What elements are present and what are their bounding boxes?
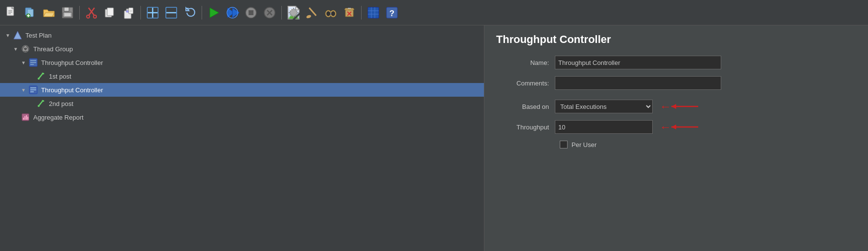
svg-point-17 — [93, 15, 96, 18]
comments-input[interactable] — [555, 76, 721, 90]
svg-rect-83 — [23, 118, 24, 120]
collapse-button[interactable] — [162, 4, 180, 21]
svg-marker-59 — [14, 31, 22, 39]
throughput-controller-2-icon — [28, 85, 38, 95]
based-on-label: Based on — [496, 103, 555, 110]
new-file-button[interactable] — [3, 4, 21, 21]
name-row: Name: — [496, 56, 856, 69]
svg-line-66 — [26, 50, 27, 50]
2nd-post-label: 2nd post — [49, 100, 73, 107]
toolbar: ? — [0, 0, 868, 25]
throughput-arrow-indicator: ← — [660, 121, 671, 133]
test-plan-icon — [13, 30, 23, 40]
svg-marker-32 — [210, 8, 219, 18]
settings-button[interactable] — [285, 4, 302, 21]
cut-button[interactable] — [83, 4, 100, 21]
svg-rect-19 — [107, 8, 114, 16]
open-button[interactable] — [40, 4, 58, 21]
per-user-row: Per User — [560, 141, 856, 148]
binoculars-button[interactable] — [322, 4, 340, 21]
broom-button[interactable] — [303, 4, 321, 21]
run-button[interactable] — [205, 4, 223, 21]
run-nopause-button[interactable] — [224, 4, 241, 21]
svg-point-81 — [38, 105, 40, 107]
copy-button[interactable] — [101, 4, 119, 21]
panel-title: Throughput Controller — [496, 33, 856, 46]
svg-point-47 — [326, 11, 330, 16]
tree-item-aggregate-report[interactable]: Aggregate Report — [0, 110, 484, 124]
tree-item-throughput-1[interactable]: ▼ Throughput Controller — [0, 56, 484, 69]
svg-rect-85 — [26, 115, 27, 120]
workbench-button[interactable] — [365, 4, 382, 21]
separator-3 — [202, 6, 202, 20]
svg-marker-90 — [671, 125, 676, 129]
throughput-input[interactable] — [555, 120, 653, 134]
tree-item-throughput-2[interactable]: ▼ Throughput Controller — [0, 83, 484, 97]
1st-post-label: 1st post — [49, 73, 71, 80]
throughput-controller-1-icon — [28, 58, 38, 67]
toggle-throughput-2[interactable]: ▼ — [20, 86, 27, 94]
throughput-label: Throughput — [496, 124, 555, 131]
thread-group-icon — [21, 44, 30, 54]
aggregate-report-icon — [21, 112, 30, 122]
svg-line-42 — [309, 8, 316, 16]
svg-marker-34 — [232, 8, 239, 18]
templates-button[interactable] — [22, 4, 39, 21]
comments-label: Comments: — [496, 80, 555, 87]
paste-button[interactable] — [120, 4, 137, 21]
svg-rect-52 — [368, 7, 379, 18]
aggregate-report-label: Aggregate Report — [33, 114, 84, 121]
reset-button[interactable] — [181, 4, 199, 21]
svg-marker-88 — [671, 104, 676, 109]
svg-rect-13 — [65, 13, 70, 16]
per-user-checkbox[interactable] — [560, 141, 568, 148]
svg-rect-86 — [27, 117, 28, 120]
toggle-thread-group[interactable]: ▼ — [12, 45, 20, 53]
based-on-arrow — [671, 102, 701, 111]
throughput-controller-1-label: Throughput Controller — [41, 59, 103, 66]
name-input[interactable] — [555, 56, 721, 69]
svg-rect-11 — [64, 7, 69, 11]
help-button[interactable]: ? — [383, 4, 401, 21]
clear-results-button[interactable] — [341, 4, 358, 21]
based-on-select[interactable]: Total Executions Percent Executions — [555, 100, 653, 113]
main-area: ▼ Test Plan ▼ — [0, 25, 868, 251]
svg-point-48 — [331, 11, 335, 16]
tree-panel: ▼ Test Plan ▼ — [0, 25, 484, 251]
svg-point-16 — [87, 15, 90, 18]
per-user-label: Per User — [571, 141, 596, 148]
name-label: Name: — [496, 59, 555, 66]
stop-button[interactable] — [242, 4, 260, 21]
based-on-row: Based on Total Executions Percent Execut… — [496, 100, 856, 113]
svg-point-43 — [306, 14, 311, 19]
svg-rect-23 — [129, 8, 133, 14]
separator-4 — [281, 6, 282, 20]
svg-point-74 — [38, 78, 40, 80]
tree-item-test-plan[interactable]: ▼ Test Plan — [0, 28, 484, 42]
svg-line-67 — [24, 50, 25, 50]
comments-row: Comments: — [496, 76, 856, 90]
throughput-row: Throughput ← — [496, 120, 856, 134]
throughput-arrow — [671, 122, 701, 132]
svg-rect-84 — [24, 116, 25, 120]
save-button[interactable] — [59, 4, 76, 21]
toggle-test-plan[interactable]: ▼ — [4, 31, 12, 39]
throughput-controller-2-label: Throughput Controller — [41, 86, 103, 94]
separator-5 — [361, 6, 362, 20]
toggle-throughput-1[interactable]: ▼ — [20, 59, 27, 66]
1st-post-icon — [36, 71, 46, 81]
test-plan-label: Test Plan — [25, 32, 51, 39]
expand-button[interactable] — [144, 4, 161, 21]
tree-item-thread-group[interactable]: ▼ Thread Group — [0, 42, 484, 56]
svg-text:?: ? — [389, 9, 394, 18]
thread-group-label: Thread Group — [33, 45, 73, 53]
separator-1 — [79, 6, 80, 20]
tree-item-1st-post[interactable]: 1st post — [0, 69, 484, 83]
tree-item-2nd-post[interactable]: 2nd post — [0, 97, 484, 110]
based-on-arrow-indicator: ← — [660, 101, 671, 112]
2nd-post-icon — [36, 99, 46, 108]
separator-2 — [140, 6, 141, 20]
right-panel: Throughput Controller Name: Comments: Ba… — [484, 25, 868, 251]
shutdown-button[interactable] — [261, 4, 278, 21]
svg-rect-37 — [249, 10, 253, 15]
